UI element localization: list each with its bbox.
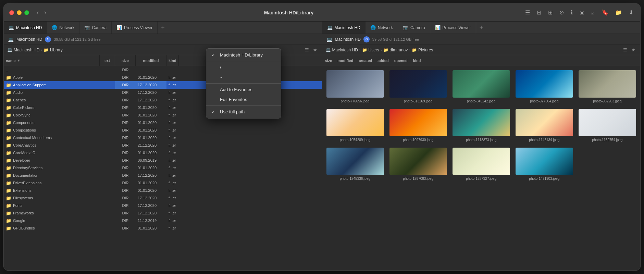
list-view-icon[interactable]: ☰ [524, 8, 531, 17]
table-row[interactable]: 📁DriverExtensionsDIR01.01.2020f...er [4, 179, 322, 187]
right-col-kind[interactable]: kind [413, 59, 421, 63]
photo-grid[interactable]: photo-776656.jpegphoto-813269.jpegphoto-… [322, 66, 641, 270]
toggle-icon[interactable]: ⊙ [558, 8, 565, 17]
file-modified: 01.01.2020 [136, 187, 166, 194]
list-view-toggle-right[interactable]: ☰ [622, 47, 629, 53]
photo-label: photo-1169754.jpeg [592, 138, 622, 142]
list-item[interactable]: photo-813269.jpeg [388, 69, 448, 105]
file-ext [100, 104, 115, 111]
kind-col-header[interactable]: kind [166, 55, 179, 66]
file-ext [100, 224, 115, 232]
add-tab-right[interactable]: + [476, 22, 487, 34]
list-item[interactable]: photo-1287083.jpeg [388, 146, 448, 182]
minimize-button[interactable] [17, 10, 22, 15]
table-row[interactable]: 📁CoreMediaIODIR01.01.2020f...er [4, 149, 322, 157]
table-row[interactable]: 📁FilesystemsDIR17.12.2020f...er [4, 194, 322, 202]
file-modified: 06.09.2019 [136, 157, 166, 164]
table-row[interactable]: 📁Contextual Menu ItemsDIR01.01.2020f...e… [4, 134, 322, 141]
list-item[interactable]: photo-776656.jpeg [325, 69, 385, 105]
multilist-view-icon[interactable]: ⊟ [535, 8, 543, 17]
table-row[interactable]: 📁DirectoryServicesDIR01.01.2020f...er [4, 164, 322, 172]
table-row[interactable]: 📁DocumentationDIR17.12.2020f...er [4, 172, 322, 179]
name-col-header[interactable]: name ▼ [4, 55, 100, 66]
context-menu-item-use-full-path[interactable]: Use full path [206, 107, 281, 117]
context-menu-item-root[interactable]: / [206, 62, 281, 72]
star-right[interactable]: ★ [630, 47, 637, 53]
disk-sync-right[interactable]: ↻ [363, 36, 370, 42]
list-item[interactable]: photo-982263.jpeg [577, 69, 637, 105]
list-item[interactable]: photo-1097930.jpeg [388, 108, 448, 144]
size-col-header[interactable]: size [115, 55, 136, 66]
star-left[interactable]: ★ [312, 47, 319, 53]
tab-process-viewer-left[interactable]: 📊 Process Viewer [112, 22, 158, 34]
photo-label: photo-813269.jpeg [404, 99, 432, 103]
file-ext [100, 202, 115, 209]
table-row[interactable]: 📁ComponentsDIR01.01.2020f...er [4, 119, 322, 126]
disk-sync-left[interactable]: ↻ [45, 36, 51, 42]
breadcrumb-item-users[interactable]: 📁 Users [362, 48, 379, 52]
forward-button[interactable]: › [42, 8, 48, 17]
list-item[interactable]: photo-845242.jpeg [451, 69, 511, 105]
mod-col-header[interactable]: modified [136, 55, 166, 66]
breadcrumb-item-library[interactable]: 📁 Library [44, 48, 63, 52]
search-icon[interactable]: ⌕ [590, 8, 596, 17]
table-row[interactable]: 📁FrameworksDIR17.12.2020f...er [4, 209, 322, 217]
list-item[interactable]: photo-1146134.jpeg [514, 108, 574, 144]
tab-label: Network [59, 25, 74, 30]
tab-process-viewer-right[interactable]: 📊 Process Viewer [430, 22, 476, 34]
grid-view-icon[interactable]: ⊞ [547, 8, 554, 17]
breadcrumb-sep-r2: › [381, 48, 382, 52]
info-icon[interactable]: ℹ [569, 8, 574, 17]
back-button[interactable]: ‹ [35, 8, 41, 17]
file-size: DIR [115, 119, 136, 126]
right-col-added[interactable]: added [377, 59, 388, 63]
list-view-toggle-left[interactable]: ☰ [304, 47, 310, 53]
tab-macintosh-hd-right[interactable]: 💻 Macintosh HD [322, 22, 366, 34]
tab-network-right[interactable]: 🌐 Network [366, 22, 398, 34]
bookmark-icon[interactable]: 🔖 [600, 8, 610, 17]
photo-thumbnail [579, 109, 636, 136]
tab-macintosh-hd-left[interactable]: 💻 Macintosh HD [4, 22, 47, 34]
tab-camera-right[interactable]: 📷 Camera [398, 22, 430, 34]
file-size: DIR [115, 141, 136, 149]
table-row[interactable]: 📁GoogleDIR11.12.2019f...er [4, 217, 322, 224]
table-row[interactable]: 📁CompositionsDIR01.01.2020f...er [4, 126, 322, 134]
table-row[interactable]: 📁ExtensionsDIR01.01.2020f...er [4, 187, 322, 194]
tab-camera-left[interactable]: 📷 Camera [79, 22, 112, 34]
breadcrumb-item-dimtrunov[interactable]: 📁 dimtrunov [383, 48, 408, 52]
ext-col-header[interactable]: ext [100, 55, 115, 66]
file-ext [100, 119, 115, 126]
context-menu-item-add-to-favorites[interactable]: Add to Favorites [206, 85, 281, 95]
right-col-opened[interactable]: opened [394, 59, 408, 63]
breadcrumb-item-macintosh-hd-right[interactable]: 💻 Macintosh HD [326, 48, 358, 52]
maximize-button[interactable] [24, 10, 29, 15]
tab-network-left[interactable]: 🌐 Network [47, 22, 79, 34]
file-name: .. [6, 68, 8, 72]
breadcrumb-item-macintosh-hd[interactable]: 💻 Macintosh HD [7, 48, 39, 52]
context-menu-item-home[interactable]: ~ [206, 72, 281, 82]
list-item[interactable]: photo-1118873.jpeg [451, 108, 511, 144]
table-row[interactable]: 📁DeveloperDIR06.09.2019f...er [4, 157, 322, 164]
table-row[interactable]: 📁GPUBundlesDIR01.01.2020f...er [4, 224, 322, 232]
list-item[interactable]: photo-1054289.jpeg [325, 108, 385, 144]
right-col-modified[interactable]: modified [337, 59, 353, 63]
breadcrumb-item-pictures[interactable]: 📁 Pictures [412, 48, 433, 52]
list-item[interactable]: photo-977304.jpeg [514, 69, 574, 105]
right-col-created[interactable]: created [359, 59, 372, 63]
list-item[interactable]: photo-1421903.jpeg [514, 146, 574, 182]
context-menu-item-macintosh-hd-library[interactable]: Macintosh HD/Library [206, 50, 281, 60]
table-row[interactable]: 📁CoreAnalyticsDIR21.12.2020f...er [4, 141, 322, 149]
download-icon[interactable]: ⬇ [628, 8, 635, 17]
add-tab-left[interactable]: + [158, 22, 168, 34]
file-name: Compositions [13, 128, 36, 132]
list-item[interactable]: photo-1245336.jpeg [325, 146, 385, 182]
right-col-size[interactable]: size [325, 59, 332, 63]
folder-icon[interactable]: 📁 [614, 8, 623, 17]
preview-icon[interactable]: ◉ [578, 8, 586, 17]
list-item[interactable]: photo-1287327.jpeg [451, 146, 511, 182]
table-row[interactable]: 📁FontsDIR17.12.2020f...er [4, 202, 322, 209]
context-menu-item-edit-favorites[interactable]: Edit Favorites [206, 95, 281, 104]
tabs-bar: 💻 Macintosh HD 🌐 Network 📷 Camera 📊 Proc… [4, 22, 640, 34]
close-button[interactable] [9, 10, 14, 15]
list-item[interactable]: photo-1169754.jpeg [577, 108, 637, 144]
